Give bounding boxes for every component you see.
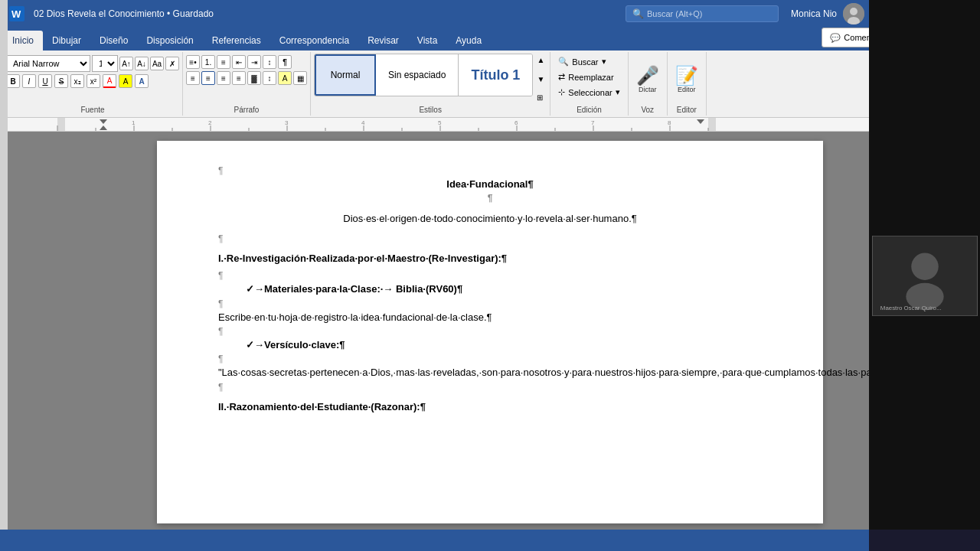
- svg-text:3: 3: [285, 119, 289, 126]
- borders-button[interactable]: ▦: [293, 71, 307, 85]
- increase-indent-button[interactable]: ⇥: [247, 55, 261, 69]
- edicion-group-label: Edición: [577, 106, 602, 114]
- tab-inicio[interactable]: Inicio: [3, 31, 43, 51]
- tab-dibujar[interactable]: Dibujar: [43, 31, 90, 51]
- bullets-button[interactable]: ≡•: [186, 55, 200, 69]
- doc-section2: II.·Razonamiento·del·Estudiante·(Razonar…: [218, 400, 762, 414]
- decrease-indent-button[interactable]: ⇤: [232, 55, 246, 69]
- document-page[interactable]: ¶ Idea·Fundacional¶ ¶ Dios·es·el·origen·…: [157, 141, 823, 523]
- right-sidebar: Maestro Oscar Quiro...: [869, 0, 980, 551]
- font-group: Arial Narrow 13 A↑ A↓ Aa ✗ B I U S x₂ x²…: [3, 52, 183, 116]
- doc-section1: I.·Re-Investigación·Realizada·por·el·Mae…: [218, 252, 762, 266]
- style-titulo1[interactable]: Título 1: [459, 54, 532, 96]
- styles-group-label: Estilos: [419, 106, 441, 114]
- dictar-button[interactable]: 🎤 Dictar: [632, 55, 664, 104]
- columns-button[interactable]: ▓: [247, 71, 261, 85]
- doc-main-text: Dios·es·el·origen·de·todo·conocimiento·y…: [218, 212, 762, 226]
- mic-icon: 🎤: [636, 67, 659, 85]
- tab-correspondencia[interactable]: Correspondencia: [270, 31, 358, 51]
- underline-button[interactable]: U: [38, 74, 52, 88]
- numbering-button[interactable]: 1.: [201, 55, 215, 69]
- video-feed: Maestro Oscar Quiro...: [872, 236, 978, 316]
- tab-referencias[interactable]: Referencias: [203, 31, 270, 51]
- doc-bullet1: ✓→Materiales·para·la·Clase:·→ Biblia·(RV…: [246, 282, 762, 296]
- style-sin-espaciado[interactable]: Sin espaciado: [376, 54, 459, 96]
- svg-rect-5: [57, 118, 716, 132]
- svg-text:Maestro Oscar Quiro...: Maestro Oscar Quiro...: [880, 305, 941, 311]
- doc-para5: ¶: [218, 352, 762, 366]
- styles-group: Normal Sin espaciado Título 1 ▲ ▼ ⊞ Esti…: [311, 52, 550, 116]
- clear-format-button[interactable]: ✗: [165, 57, 179, 70]
- edicion-group: 🔍 Buscar ▾ ⇄ Reemplazar ⊹ Seleccionar ▾ …: [550, 52, 628, 116]
- line-spacing-button[interactable]: ↕: [263, 71, 276, 85]
- increase-font-button[interactable]: A↑: [119, 57, 133, 70]
- tab-ayuda[interactable]: Ayuda: [446, 31, 491, 51]
- search-box[interactable]: 🔍 Buscar (Alt+Q): [626, 5, 779, 22]
- multilevel-list-button[interactable]: ≡: [217, 55, 230, 69]
- editor-group: 📝 Editor Editor: [668, 52, 707, 116]
- document-area[interactable]: ¶ Idea·Fundacional¶ ¶ Dios·es·el·origen·…: [0, 132, 980, 530]
- tab-revisar[interactable]: Revisar: [358, 31, 408, 51]
- reemplazar-button[interactable]: ⇄ Reemplazar: [554, 70, 618, 83]
- doc-para2: ¶: [218, 269, 762, 282]
- svg-text:1: 1: [132, 119, 136, 126]
- editor-button[interactable]: 📝 Editor: [671, 55, 703, 104]
- ribbon: Arial Narrow 13 A↑ A↓ Aa ✗ B I U S x₂ x²…: [0, 51, 980, 118]
- font-size-selector[interactable]: 13: [92, 55, 118, 72]
- subscript-button[interactable]: x₂: [70, 74, 84, 88]
- strikethrough-button[interactable]: S: [54, 74, 68, 88]
- styles-scroll-up[interactable]: ▲: [534, 55, 547, 65]
- styles-expand[interactable]: ⊞: [534, 93, 547, 103]
- italic-button[interactable]: I: [22, 74, 36, 88]
- svg-text:2: 2: [208, 119, 212, 126]
- app-icon: W: [6, 3, 28, 24]
- buscar-button[interactable]: 🔍 Buscar ▾: [554, 55, 610, 68]
- font-color-button[interactable]: A: [103, 74, 116, 88]
- shading-button[interactable]: A: [278, 71, 292, 85]
- svg-text:8: 8: [668, 119, 671, 126]
- tab-diseno[interactable]: Diseño: [90, 31, 137, 51]
- doc-subtitle-para: ¶: [218, 191, 762, 205]
- paragraph-group: ≡• 1. ≡ ⇤ ⇥ ↕ ¶ ≡ ≡ ≡ ≡ ▓ ↕ A ▦ Párrafo: [183, 52, 311, 116]
- styles-scroll-down[interactable]: ▼: [534, 74, 547, 84]
- editor-group-label: Editor: [677, 106, 697, 114]
- show-formatting-button[interactable]: ¶: [278, 55, 292, 69]
- seleccionar-button[interactable]: ⊹ Seleccionar ▾: [554, 86, 624, 99]
- taskbar-overlay: [0, 530, 869, 551]
- ruler: 1 2 3 4 5 6 7 8: [0, 118, 980, 132]
- user-name: Monica Nio: [791, 8, 837, 19]
- doc-para6: ¶: [218, 380, 762, 394]
- decrease-font-button[interactable]: A↓: [135, 57, 149, 70]
- bold-button[interactable]: B: [6, 74, 20, 88]
- svg-rect-6: [57, 118, 65, 132]
- align-center-button[interactable]: ≡: [201, 71, 215, 85]
- paragraph-group-label: Párrafo: [234, 106, 260, 114]
- change-case-button[interactable]: Aa: [150, 57, 164, 70]
- editor-icon: 📝: [675, 67, 698, 85]
- doc-bullet2: ✓→Versículo·clave:¶: [246, 338, 762, 352]
- dropdown-arrow: ▾: [602, 57, 606, 67]
- tab-vista[interactable]: Vista: [408, 31, 446, 51]
- replace-icon: ⇄: [558, 72, 565, 82]
- title-bar: W 02 Dios Revela el Conocimiento • Guard…: [0, 0, 980, 28]
- taskbar-right: [869, 530, 980, 551]
- svg-text:7: 7: [591, 119, 595, 126]
- highlight-button[interactable]: A: [119, 74, 132, 88]
- align-right-button[interactable]: ≡: [217, 71, 230, 85]
- voz-group: 🎤 Dictar Voz: [629, 52, 668, 116]
- style-normal[interactable]: Normal: [315, 54, 376, 96]
- svg-point-38: [911, 253, 938, 279]
- select-icon: ⊹: [558, 87, 565, 97]
- doc-para3: ¶: [218, 297, 762, 311]
- superscript-button[interactable]: x²: [87, 74, 100, 88]
- voz-group-label: Voz: [641, 106, 654, 114]
- justify-button[interactable]: ≡: [232, 71, 246, 85]
- align-left-button[interactable]: ≡: [186, 71, 200, 85]
- text-effects-button[interactable]: A: [135, 74, 149, 88]
- search-icon: 🔍: [632, 8, 644, 19]
- doc-para-top: ¶: [218, 164, 762, 178]
- tab-disposicion[interactable]: Disposición: [137, 31, 202, 51]
- font-family-selector[interactable]: Arial Narrow: [6, 55, 90, 72]
- sort-button[interactable]: ↕: [263, 55, 276, 69]
- document-title: 02 Dios Revela el Conocimiento • Guardad…: [34, 8, 613, 19]
